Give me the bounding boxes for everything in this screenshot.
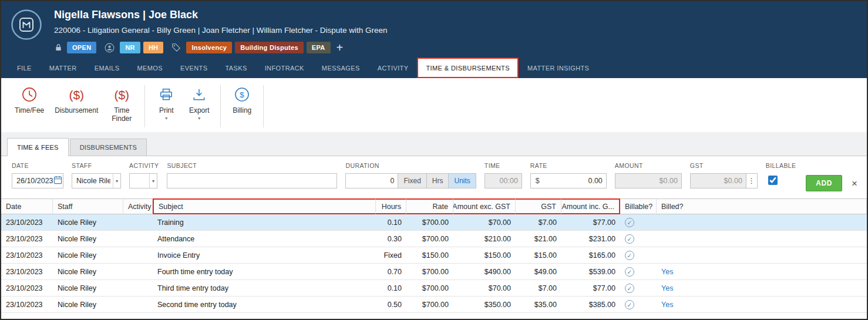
- staff-badge-hh[interactable]: HH: [143, 42, 164, 53]
- cell-amount-exc-gst: $150.00: [453, 247, 516, 263]
- rate-field-group: RATE $: [530, 162, 607, 188]
- date-input[interactable]: 26/10/2023: [12, 173, 63, 188]
- column-header-billable[interactable]: Billable?: [620, 198, 657, 214]
- form-actions: ADD ×: [806, 175, 860, 191]
- nav-tab-tasks[interactable]: TASKS: [216, 58, 255, 78]
- toolbar-time-fee-button[interactable]: Time/Fee: [9, 84, 49, 116]
- cell-amount-exc-gst: $210.00: [453, 231, 516, 247]
- column-header-activity[interactable]: Activity: [123, 198, 153, 214]
- cell-billed[interactable]: Yes: [657, 280, 867, 296]
- gst-options-button[interactable]: ⋮: [746, 173, 758, 188]
- cell-staff: Nicole Riley: [53, 214, 123, 230]
- calendar-icon[interactable]: [53, 176, 62, 186]
- cell-hours: 0.30: [376, 231, 406, 247]
- duration-mode-fixed[interactable]: Fixed: [398, 173, 426, 188]
- column-header-rate[interactable]: Rate: [406, 198, 453, 214]
- column-header-hours[interactable]: Hours: [376, 198, 406, 214]
- table-row[interactable]: 23/10/2023Nicole RileyThird time entry t…: [1, 280, 867, 297]
- cell-subject: Third time entry today: [153, 280, 376, 296]
- subject-input[interactable]: [167, 174, 337, 188]
- duration-mode-hrs[interactable]: Hrs: [427, 173, 449, 188]
- cell-rate: $700.00: [406, 297, 453, 312]
- table-row[interactable]: 23/10/2023Nicole RileySecond time entry …: [1, 297, 867, 313]
- toolbar-print-button[interactable]: Print▾: [150, 84, 183, 122]
- nav-tab-file[interactable]: FILE: [8, 58, 41, 78]
- rate-input[interactable]: [540, 174, 606, 188]
- nav-tab-time-disbursements[interactable]: TIME & DISBURSEMENTS: [417, 58, 518, 78]
- matter-tag-building-disputes[interactable]: Building Disputes: [235, 42, 304, 53]
- time-entries-body: 23/10/2023Nicole RileyTraining0.10$700.0…: [1, 214, 867, 319]
- matter-tag-epa[interactable]: EPA: [307, 42, 331, 53]
- duration-label: DURATION: [345, 162, 476, 169]
- cell-amount-exc-gst: $490.00: [453, 264, 516, 279]
- table-row[interactable]: 23/10/2023Nicole RileyAttendance0.30$700…: [1, 231, 867, 247]
- staff-select[interactable]: Nicole Riley ▾: [72, 173, 121, 188]
- table-row[interactable]: 23/10/2023Nicole RileyInvoice EntryFixed…: [1, 247, 867, 264]
- nav-tab-memos[interactable]: MEMOS: [128, 58, 171, 78]
- toolbar-time-finder-button[interactable]: ($)Time Finder: [103, 84, 140, 124]
- nav-tab-activity[interactable]: ACTIVITY: [369, 58, 418, 78]
- nav-tab-matter[interactable]: MATTER: [41, 58, 86, 78]
- toolbar-billing-button[interactable]: $Billing: [226, 84, 258, 116]
- add-button[interactable]: ADD: [806, 175, 842, 191]
- table-row[interactable]: 23/10/2023Nicole RileyFourth time entry …: [1, 264, 867, 280]
- cell-amount-inc-gst: $77.00: [561, 214, 620, 230]
- chevron-down-icon[interactable]: ▾: [198, 116, 200, 121]
- cell-billable: ✓: [620, 297, 657, 312]
- column-header-billed[interactable]: Billed?: [657, 198, 867, 214]
- nav-tab-events[interactable]: EVENTS: [171, 58, 216, 78]
- activity-select[interactable]: ▾: [129, 173, 157, 188]
- chevron-down-icon: ▾: [149, 174, 157, 188]
- toolbar-divider: [144, 85, 145, 127]
- billable-check-icon: ✓: [625, 284, 634, 293]
- column-header-amount-exc-gst[interactable]: Amount exc. GST: [453, 198, 516, 214]
- staff-badge-nr[interactable]: NR: [120, 42, 140, 53]
- nav-tab-emails[interactable]: EMAILS: [86, 58, 129, 78]
- column-header-date[interactable]: Date: [1, 198, 53, 214]
- nav-tab-matter-insights[interactable]: MATTER INSIGHTS: [519, 58, 598, 78]
- column-header-subject[interactable]: Subject: [153, 198, 376, 214]
- cell-gst: $15.00: [516, 247, 561, 263]
- time-field-wrap: [485, 173, 522, 188]
- cell-gst: $7.00: [516, 280, 561, 296]
- nav-tab-infotrack[interactable]: INFOTRACK: [256, 58, 313, 78]
- dollar-paren-icon: ($): [114, 85, 129, 104]
- column-header-amount-inc-g[interactable]: Amount inc. G...: [561, 198, 620, 214]
- cell-billable: ✓: [620, 214, 657, 230]
- cell-hours: 0.50: [376, 297, 406, 312]
- subtab-time-fees[interactable]: TIME & FEES: [7, 138, 69, 156]
- chevron-down-icon[interactable]: ▾: [165, 116, 167, 121]
- table-row[interactable]: 23/10/2023Nicole RileyTraining0.10$700.0…: [1, 214, 867, 231]
- matter-tag-insolvency[interactable]: Insolvency: [186, 42, 232, 53]
- cell-billed[interactable]: Yes: [657, 264, 867, 279]
- column-header-gst[interactable]: GST: [516, 198, 561, 214]
- main-nav-tabs: FILEMATTEREMAILSMEMOSEVENTSTASKSINFOTRAC…: [1, 58, 867, 78]
- cell-rate: $700.00: [406, 214, 453, 230]
- column-header-staff[interactable]: Staff: [53, 198, 123, 214]
- cell-amount-inc-gst: $385.00: [561, 297, 620, 312]
- duration-input[interactable]: [346, 174, 398, 188]
- matter-title: Nigella Flawsons | Joe Black: [54, 8, 388, 21]
- subject-field-wrap: [167, 173, 337, 188]
- billable-checkbox[interactable]: [768, 176, 778, 185]
- subtab-disbursements[interactable]: DISBURSEMENTS: [70, 139, 147, 156]
- toolbar-disbursement-button[interactable]: ($)Disbursement: [49, 84, 103, 116]
- matter-badge-row: OPEN NRHH: [54, 42, 388, 53]
- cell-billed[interactable]: Yes: [657, 297, 867, 312]
- nav-tab-messages[interactable]: MESSAGES: [313, 58, 369, 78]
- toolbar-divider: [220, 85, 221, 127]
- duration-mode-units[interactable]: Units: [449, 173, 476, 188]
- cell-subject: Second time entry today: [153, 297, 376, 312]
- rate-currency-prefix: $: [536, 177, 540, 185]
- cell-billed: [657, 231, 867, 247]
- duration-field-group: DURATION FixedHrsUnits: [345, 162, 476, 188]
- cell-activity: [123, 214, 153, 230]
- add-tag-button[interactable]: +: [337, 42, 344, 53]
- subtabs: TIME & FEESDISBURSEMENTS: [1, 132, 867, 156]
- close-icon[interactable]: ×: [852, 178, 857, 188]
- time-field-group: TIME: [485, 162, 522, 188]
- subject-field-group: SUBJECT: [167, 162, 337, 188]
- cell-date: 23/10/2023: [1, 297, 53, 312]
- cell-date: 23/10/2023: [1, 231, 53, 247]
- toolbar-export-button[interactable]: Export▾: [183, 84, 216, 122]
